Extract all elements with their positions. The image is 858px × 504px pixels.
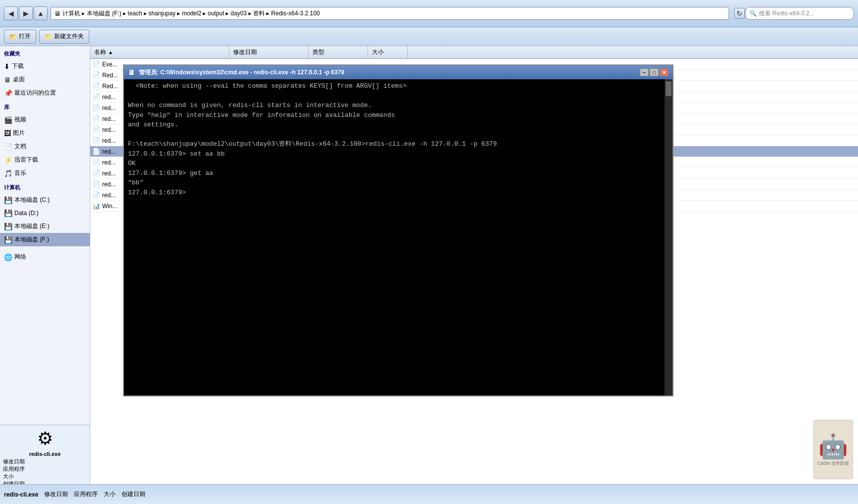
drive-e-icon: 💾 — [4, 223, 12, 230]
cmd-window: 🖥 管理员: C:\Windows\system32\cmd.exe - red… — [123, 64, 674, 396]
open-button[interactable]: 📂 打开 — [4, 30, 36, 44]
video-icon: 🎬 — [4, 116, 12, 124]
sidebar-item-downloads[interactable]: ⬇ 下载 — [0, 59, 90, 73]
cmd-title: 管理员: C:\Windows\system32\cmd.exe - redis… — [139, 68, 640, 77]
desktop-icon: 🖥 — [4, 76, 11, 84]
file-icon: 📄 — [92, 93, 100, 101]
sidebar-section-computer: 计算机 — [0, 180, 90, 193]
csdn-text: CSDN 自学阶段 — [817, 460, 849, 467]
robot-icon: 🤖 — [818, 433, 848, 460]
downloads-icon: ⬇ — [4, 62, 10, 70]
preview-type-value: 应用程序 — [3, 465, 87, 473]
column-header: 名称 ▲ 修改日期 类型 大小 — [90, 46, 858, 59]
file-icon: 📄 — [92, 60, 100, 68]
network-icon: 🌐 — [4, 253, 12, 261]
status-type-label: 应用程序 — [74, 490, 98, 499]
csdn-badge: 🤖 CSDN 自学阶段 — [813, 420, 853, 479]
preview-icon: ⚙ — [3, 428, 87, 449]
col-type[interactable]: 类型 — [308, 46, 368, 58]
preview-panel: ⚙ redis-cli.exe 修改日期 应用程序 大小 创建日期 — [0, 425, 90, 484]
sidebar-item-music[interactable]: 🎵 音乐 — [0, 167, 90, 180]
thunder-icon: ⚡ — [4, 156, 12, 164]
cmd-window-controls: − □ ✕ — [640, 68, 669, 76]
preview-filename: redis-cli.exe — [3, 451, 87, 457]
file-icon: 📄 — [92, 191, 100, 199]
sidebar-item-recent[interactable]: 📌 最近访问的位置 — [0, 86, 90, 100]
sidebar-item-network[interactable]: 🌐 网络 — [0, 250, 90, 264]
open-icon: 📂 — [9, 33, 17, 40]
col-name[interactable]: 名称 ▲ — [90, 46, 229, 58]
file-icon: 📊 — [92, 202, 100, 210]
sidebar-item-thunder[interactable]: ⚡ 迅雷下载 — [0, 153, 90, 167]
file-icon: 📄 — [92, 169, 100, 177]
status-created-label: 创建日期 — [122, 490, 145, 499]
status-size-label: 大小 — [104, 490, 116, 499]
sidebar-item-documents[interactable]: 📄 文档 — [0, 140, 90, 153]
cmd-restore-button[interactable]: □ — [650, 68, 659, 76]
file-icon: 📄 — [92, 137, 100, 144]
sidebar-item-video[interactable]: 🎬 视频 — [0, 113, 90, 126]
nav-up-button[interactable]: ▲ — [34, 6, 48, 20]
nav-back-button[interactable]: ◀ — [4, 6, 18, 20]
col-date[interactable]: 修改日期 — [229, 46, 308, 58]
preview-type-label: 修改日期 — [3, 458, 87, 465]
explorer-menu-bar: 📂 打开 📁 新建文件夹 — [0, 27, 858, 46]
cmd-minimize-button[interactable]: − — [640, 68, 649, 76]
sidebar-item-drive-f[interactable]: 💾 本地磁盘 (F:) — [0, 233, 90, 246]
file-icon: 📄 — [92, 180, 100, 188]
status-filename: redis-cli.exe — [4, 491, 38, 498]
file-icon: 📄 — [92, 148, 100, 155]
file-icon: 📄 — [92, 159, 100, 166]
explorer-toolbar: ◀ ▶ ▲ 🖥 计算机 ▸ 本地磁盘 (F:) ▸ teach ▸ shanju… — [0, 0, 858, 27]
refresh-button[interactable]: ↻ — [734, 8, 745, 19]
file-icon: 📄 — [92, 71, 100, 79]
cmd-content[interactable]: <Note: when using --eval the comma separ… — [124, 79, 665, 395]
sidebar-item-drive-c[interactable]: 💾 本地磁盘 (C:) — [0, 193, 90, 207]
address-bar[interactable]: 🖥 计算机 ▸ 本地磁盘 (F:) ▸ teach ▸ shanjupay ▸ … — [51, 7, 729, 20]
pictures-icon: 🖼 — [4, 129, 11, 137]
nav-forward-button[interactable]: ▶ — [19, 6, 33, 20]
file-icon: 📄 — [92, 126, 100, 133]
preview-size-label: 大小 — [3, 473, 87, 480]
drive-f-icon: 💾 — [4, 236, 12, 244]
music-icon: 🎵 — [4, 169, 12, 177]
sidebar-item-desktop[interactable]: 🖥 桌面 — [0, 73, 90, 86]
recent-icon: 📌 — [4, 89, 12, 97]
cmd-titlebar: 🖥 管理员: C:\Windows\system32\cmd.exe - red… — [124, 65, 673, 79]
file-icon: 📄 — [92, 115, 100, 122]
drive-c-icon: 💾 — [4, 196, 12, 204]
file-icon: 📄 — [92, 104, 100, 112]
file-icon: 📄 — [92, 82, 100, 90]
new-folder-button[interactable]: 📁 新建文件夹 — [39, 30, 89, 44]
sidebar-section-library: 库 — [0, 100, 90, 113]
drive-d-icon: 💾 — [4, 209, 12, 217]
search-bar[interactable]: 🔍 搜索 Redis-x64-3.2... — [745, 7, 854, 20]
sidebar-item-pictures[interactable]: 🖼 图片 — [0, 126, 90, 140]
sidebar-item-drive-e[interactable]: 💾 本地磁盘 (E:) — [0, 220, 90, 233]
cmd-close-button[interactable]: ✕ — [660, 68, 669, 76]
sidebar: 收藏夹 ⬇ 下载 🖥 桌面 📌 最近访问的位置 库 🎬 视频 🖼 图片 📄 文档… — [0, 46, 90, 484]
sidebar-section-favorites: 收藏夹 — [0, 46, 90, 59]
status-date-label: 修改日期 — [44, 490, 68, 499]
address-text: 计算机 ▸ 本地磁盘 (F:) ▸ teach ▸ shanjupay ▸ mo… — [62, 9, 320, 18]
documents-icon: 📄 — [4, 143, 12, 151]
new-folder-icon: 📁 — [45, 33, 52, 40]
status-bar: redis-cli.exe 修改日期 应用程序 大小 创建日期 — [0, 484, 858, 504]
col-size[interactable]: 大小 — [368, 46, 408, 58]
cmd-scroll-thumb[interactable] — [666, 81, 672, 96]
sidebar-item-drive-d[interactable]: 💾 Data (D:) — [0, 207, 90, 220]
search-placeholder: 搜索 Redis-x64-3.2... — [759, 9, 814, 18]
cmd-scrollbar[interactable] — [665, 79, 673, 395]
